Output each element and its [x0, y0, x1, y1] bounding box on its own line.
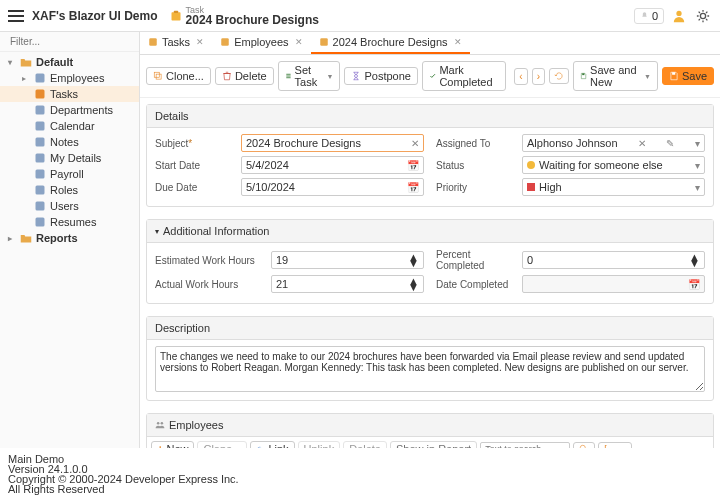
subject-label: Subject [155, 138, 235, 149]
sidebar-item-label: Resumes [50, 216, 96, 228]
set-task-button[interactable]: Set Task▼ [278, 61, 341, 91]
awh-input[interactable]: 21▲▼ [271, 275, 424, 293]
task-icon [34, 88, 46, 100]
status-select[interactable]: Waiting for someone else▾ [522, 156, 705, 174]
save-button[interactable]: Save [662, 67, 714, 85]
assigned-input[interactable]: Alphonso Johnson✕✎▾ [522, 134, 705, 152]
calendar-icon[interactable]: 📅 [404, 182, 419, 193]
tab-employees[interactable]: Employees✕ [212, 32, 310, 54]
spinner-icon[interactable]: ▲▼ [408, 254, 419, 266]
chevron-down-icon[interactable]: ▾ [692, 138, 700, 149]
pc-label: Percent Completed [436, 249, 516, 271]
footer-line: All Rights Reserved [8, 484, 712, 494]
filter-box[interactable] [0, 32, 139, 52]
filter-input[interactable] [10, 36, 137, 47]
svg-rect-0 [171, 12, 180, 20]
ewh-input[interactable]: 19▲▼ [271, 251, 424, 269]
description-textarea[interactable] [155, 346, 705, 392]
chevron-down-icon: ▾ [155, 227, 159, 236]
close-icon[interactable]: ✕ [454, 37, 462, 47]
page-title: 2024 Brochure Designs [186, 15, 319, 26]
sidebar-item-users[interactable]: Users [0, 198, 139, 214]
pc-input[interactable]: 0▲▼ [522, 251, 705, 269]
sidebar-item-my-details[interactable]: My Details [0, 150, 139, 166]
chevron-icon: ▸ [22, 74, 30, 83]
svg-rect-10 [36, 154, 45, 163]
users-icon [34, 200, 46, 212]
refresh-icon [554, 71, 564, 81]
awh-label: Actual Work Hours [155, 279, 265, 290]
settings-icon[interactable] [694, 7, 712, 25]
svg-rect-7 [36, 106, 45, 115]
emp-link-button[interactable]: Link [250, 441, 294, 448]
notifications-badge[interactable]: 0 [634, 8, 664, 24]
sidebar-group[interactable]: ▾Default [0, 54, 139, 70]
tab-icon [148, 37, 158, 47]
close-icon[interactable]: ✕ [295, 37, 303, 47]
edit-icon[interactable]: ✎ [663, 138, 674, 149]
postpone-button[interactable]: Postpone [344, 67, 417, 85]
spinner-icon[interactable]: ▲▼ [689, 254, 700, 266]
emp-delete-button[interactable]: Delete [343, 441, 387, 448]
sidebar-item-tasks[interactable]: Tasks [0, 86, 139, 102]
assigned-label: Assigned To [436, 138, 516, 149]
chevron-icon: ▾ [8, 58, 16, 67]
sidebar-item-notes[interactable]: Notes [0, 134, 139, 150]
employees-header: Employees [147, 414, 713, 437]
dc-label: Date Completed [436, 279, 516, 290]
priority-select[interactable]: High▾ [522, 178, 705, 196]
clear-icon[interactable]: ✕ [408, 138, 419, 149]
emp-clone-button[interactable]: Clone... [197, 441, 247, 448]
sidebar-item-calendar[interactable]: Calendar [0, 118, 139, 134]
tab-2024-brochure-designs[interactable]: 2024 Brochure Designs✕ [311, 32, 470, 54]
sidebar-group[interactable]: ▸Reports [0, 230, 139, 246]
people-icon [155, 420, 165, 430]
delete-button[interactable]: Delete [215, 67, 274, 85]
sidebar-item-roles[interactable]: Roles [0, 182, 139, 198]
dc-input[interactable]: 📅 [522, 275, 705, 293]
start-label: Start Date [155, 160, 235, 171]
svg-rect-18 [154, 72, 159, 77]
app-title: XAF's Blazor UI Demo [32, 9, 158, 23]
spinner-icon[interactable]: ▲▼ [408, 278, 419, 290]
save-icon [580, 71, 587, 81]
chevron-down-icon[interactable]: ▾ [692, 182, 700, 193]
sidebar-group-label: Default [36, 56, 73, 68]
user-icon [34, 152, 46, 164]
sidebar-item-label: Tasks [50, 88, 78, 100]
menu-toggle[interactable] [8, 10, 24, 22]
user-icon[interactable] [670, 7, 688, 25]
ewh-label: Estimated Work Hours [155, 255, 265, 266]
status-dot-icon [527, 161, 535, 169]
next-button[interactable]: › [532, 68, 545, 85]
emp-unlink-button[interactable]: Unlink [298, 441, 341, 448]
refresh-button[interactable] [549, 68, 569, 84]
sidebar-item-resumes[interactable]: Resumes [0, 214, 139, 230]
trash-icon [222, 71, 232, 81]
tab-icon [220, 37, 230, 47]
due-date-input[interactable]: 5/10/2024📅 [241, 178, 424, 196]
save-icon [669, 71, 679, 81]
prev-button[interactable]: ‹ [514, 68, 527, 85]
svg-rect-6 [36, 90, 45, 99]
clone-button[interactable]: Clone... [146, 67, 211, 85]
subject-input[interactable]: 2024 Brochure Designs✕ [241, 134, 424, 152]
clear-icon[interactable]: ✕ [635, 138, 646, 149]
tab-label: Employees [234, 36, 288, 48]
save-and-new-button[interactable]: Save and New▼ [573, 61, 658, 91]
emp-new-button[interactable]: +New [151, 441, 194, 448]
tab-tasks[interactable]: Tasks✕ [140, 32, 212, 54]
svg-rect-12 [36, 186, 45, 195]
mark-completed-button[interactable]: Mark Completed [422, 61, 506, 91]
calendar-icon[interactable]: 📅 [404, 160, 419, 171]
emp-report-button[interactable]: Show in Report [390, 441, 477, 448]
close-icon[interactable]: ✕ [196, 37, 204, 47]
chevron-down-icon[interactable]: ▾ [692, 160, 700, 171]
sidebar-item-employees[interactable]: ▸Employees [0, 70, 139, 86]
pay-icon [34, 168, 46, 180]
additional-info-header[interactable]: ▾Additional Information [147, 220, 713, 243]
sidebar-item-payroll[interactable]: Payroll [0, 166, 139, 182]
start-date-input[interactable]: 5/4/2024📅 [241, 156, 424, 174]
sidebar-item-departments[interactable]: Departments [0, 102, 139, 118]
svg-rect-16 [221, 38, 229, 46]
